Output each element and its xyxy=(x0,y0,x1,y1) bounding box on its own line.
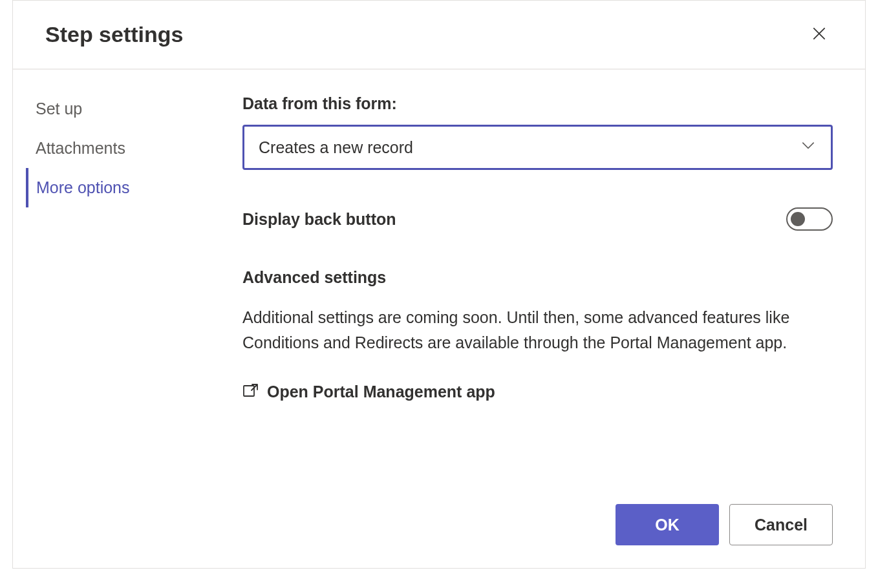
ok-button[interactable]: OK xyxy=(616,504,719,545)
display-back-row: Display back button xyxy=(242,207,833,231)
dialog-header: Step settings xyxy=(13,1,865,70)
dialog-body: Set up Attachments More options Data fro… xyxy=(13,70,865,504)
data-from-label: Data from this form: xyxy=(242,94,833,113)
dialog-footer: OK Cancel xyxy=(13,504,865,568)
cancel-button-label: Cancel xyxy=(755,516,808,534)
sidebar-item-more-options[interactable]: More options xyxy=(26,168,233,207)
cancel-button[interactable]: Cancel xyxy=(729,504,833,545)
close-icon xyxy=(811,25,828,44)
open-portal-management-link[interactable]: Open Portal Management app xyxy=(242,383,833,401)
advanced-settings-description: Additional settings are coming soon. Unt… xyxy=(242,305,833,355)
content-panel: Data from this form: Creates a new recor… xyxy=(233,89,865,504)
sidebar: Set up Attachments More options xyxy=(13,89,233,504)
sidebar-item-label: Set up xyxy=(36,100,82,118)
close-button[interactable] xyxy=(806,20,833,49)
sidebar-item-attachments[interactable]: Attachments xyxy=(26,129,233,168)
ok-button-label: OK xyxy=(655,516,680,534)
sidebar-item-setup[interactable]: Set up xyxy=(26,89,233,129)
toggle-knob xyxy=(791,212,805,226)
sidebar-item-label: Attachments xyxy=(36,139,125,157)
data-from-dropdown[interactable]: Creates a new record xyxy=(242,125,833,170)
external-link-icon xyxy=(242,383,259,400)
display-back-label: Display back button xyxy=(242,210,396,229)
chevron-down-icon xyxy=(800,137,817,158)
dialog-title: Step settings xyxy=(45,22,183,47)
step-settings-dialog: Step settings Set up Attachments More op… xyxy=(12,0,866,569)
sidebar-item-label: More options xyxy=(36,178,130,196)
open-portal-management-label: Open Portal Management app xyxy=(267,383,495,401)
dropdown-value: Creates a new record xyxy=(259,138,413,157)
svg-rect-0 xyxy=(244,386,254,396)
display-back-toggle[interactable] xyxy=(786,207,833,231)
advanced-settings-title: Advanced settings xyxy=(242,268,833,287)
